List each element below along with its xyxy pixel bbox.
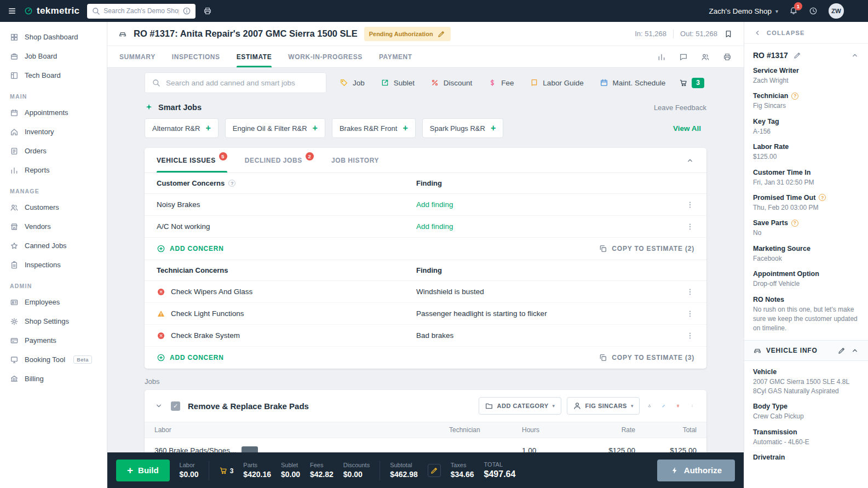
maint-schedule-button[interactable]: Maint. Schedule: [595, 74, 670, 91]
copy-customer-concerns-button[interactable]: COPY TO ESTIMATE (2): [599, 244, 694, 253]
edit-taxes-button[interactable]: [428, 464, 441, 477]
sidebar-item-job-board[interactable]: Job Board: [0, 47, 107, 66]
row-menu-icon[interactable]: [686, 222, 694, 231]
add-category-button[interactable]: ADD CATEGORY ▾: [479, 397, 561, 415]
sidebar-item-payments[interactable]: Payments: [0, 331, 107, 350]
add-finding-link[interactable]: Add finding: [416, 222, 453, 231]
row-menu-icon[interactable]: [686, 309, 694, 318]
labor-total: Labor$0.00: [180, 462, 199, 479]
tab-payment[interactable]: PAYMENT: [379, 46, 412, 67]
hamburger-menu-icon[interactable]: [8, 7, 16, 15]
users-icon: [10, 203, 19, 212]
smart-job-chip-engine-oil[interactable]: Engine Oil & Filter R&R+: [225, 118, 325, 138]
delete-job-icon[interactable]: [674, 401, 682, 410]
add-job-button[interactable]: Job: [335, 74, 369, 91]
edit-vehicle-icon[interactable]: [837, 346, 846, 355]
sidebar-item-inspections[interactable]: Inspections: [0, 255, 107, 274]
search-info-icon[interactable]: [182, 7, 191, 15]
edit-status-icon[interactable]: [437, 30, 446, 38]
odometer-out: Out: 51,268: [680, 30, 717, 38]
job-checkbox[interactable]: ✓: [171, 401, 180, 411]
labor-line-hours[interactable]: 1.00: [522, 446, 575, 453]
global-search-input[interactable]: [104, 7, 179, 15]
tab-job-history[interactable]: JOB HISTORY: [331, 148, 379, 173]
sidebar-item-inventory[interactable]: Inventory: [0, 122, 107, 141]
add-discount-button[interactable]: Discount: [426, 74, 477, 91]
tab-work-in-progress[interactable]: WORK-IN-PROGRESS: [288, 46, 363, 67]
comments-icon[interactable]: [679, 53, 688, 61]
smart-job-chip-spark-plugs[interactable]: Spark Plugs R&R+: [422, 118, 504, 138]
export-job-icon[interactable]: [645, 401, 654, 410]
notifications-button[interactable]: 1: [789, 6, 798, 16]
sidebar-item-shop-settings[interactable]: Shop Settings: [0, 312, 107, 331]
sidebar-item-shop-dashboard[interactable]: Shop Dashboard: [0, 27, 107, 47]
labor-line-row[interactable]: 360 Brake Pads/Shoes... 1.00 $125.00 $12…: [145, 438, 706, 452]
sidebar-item-appointments[interactable]: Appointments: [0, 103, 107, 122]
sidebar-item-billing[interactable]: Billing: [0, 369, 107, 388]
tab-vehicle-issues[interactable]: VEHICLE ISSUES 5: [157, 148, 227, 173]
job-menu-icon[interactable]: [688, 401, 697, 410]
sidebar-item-reports[interactable]: Reports: [0, 160, 107, 180]
help-icon[interactable]: ?: [819, 194, 826, 201]
row-menu-icon[interactable]: [686, 288, 694, 296]
clock-icon[interactable]: [809, 7, 818, 15]
ro-title: RO #1317: Anita Repair's 2007 GMC Sierra…: [134, 28, 358, 39]
add-customer-concern-button[interactable]: ADD CONCERN: [157, 244, 224, 253]
help-icon[interactable]: ?: [228, 180, 235, 187]
labor-guide-button[interactable]: Labor Guide: [525, 74, 588, 91]
smart-job-chip-alternator[interactable]: Alternator R&R+: [145, 118, 219, 138]
add-sublet-button[interactable]: Sublet: [376, 74, 419, 91]
help-icon[interactable]: ?: [791, 93, 798, 100]
sidebar-item-orders[interactable]: Orders: [0, 141, 107, 160]
parts-cart-button[interactable]: 3: [219, 466, 234, 475]
collapse-vehicle-section-icon[interactable]: [850, 346, 859, 355]
sidebar-item-customers[interactable]: Customers: [0, 198, 107, 217]
sidebar-item-employees[interactable]: Employees: [0, 292, 107, 312]
status-badge[interactable]: Pending Authorization: [364, 27, 451, 41]
row-menu-icon[interactable]: [686, 200, 694, 209]
job-technician-button[interactable]: FIG SINCARS ▾: [567, 397, 640, 415]
add-finding-link[interactable]: Add finding: [416, 200, 453, 209]
tekmetric-logo[interactable]: tekmetric: [24, 5, 79, 16]
estimate-cart-button[interactable]: 3: [677, 73, 706, 93]
canned-jobs-search-input[interactable]: [166, 79, 319, 87]
smart-job-chip-brakes-front[interactable]: Brakes R&R Front+: [332, 118, 416, 138]
view-all-button[interactable]: View All: [668, 120, 706, 137]
bookmark-icon[interactable]: [724, 30, 733, 38]
collapse-ro-section-icon[interactable]: [850, 51, 859, 60]
build-button[interactable]: + Build: [116, 460, 170, 481]
collapse-panel-button[interactable]: COLLAPSE: [744, 22, 868, 44]
labor-line-name: 360 Brake Pads/Shoes...: [154, 446, 236, 453]
labor-line-rate[interactable]: $125.00: [575, 446, 635, 453]
leave-feedback-link[interactable]: Leave Feedback: [654, 104, 706, 112]
row-menu-icon[interactable]: [686, 331, 694, 340]
sidebar-item-vendors[interactable]: Vendors: [0, 217, 107, 236]
job-expand-icon[interactable]: [154, 401, 163, 410]
tab-inspections[interactable]: INSPECTIONS: [172, 46, 220, 67]
vehicle-info-header: VEHICLE INFO: [744, 340, 868, 361]
canned-jobs-search[interactable]: [145, 72, 326, 93]
edit-ro-icon[interactable]: [793, 51, 802, 60]
print-icon[interactable]: [203, 7, 212, 15]
help-icon[interactable]: ?: [791, 220, 798, 227]
tab-summary[interactable]: SUMMARY: [119, 46, 156, 67]
print-ro-icon[interactable]: [723, 53, 732, 61]
tab-estimate[interactable]: ESTIMATE: [237, 46, 272, 67]
global-search[interactable]: [87, 4, 196, 19]
sidebar-item-tech-board[interactable]: Tech Board: [0, 66, 107, 85]
estimate-content: Job Sublet Discount Fee Labor Guide: [107, 68, 744, 452]
add-technician-concern-button[interactable]: ADD CONCERN: [157, 353, 224, 362]
collapse-card-icon[interactable]: [686, 156, 694, 165]
sublet-icon: [381, 78, 389, 87]
tab-declined-jobs[interactable]: DECLINED JOBS 2: [245, 148, 314, 173]
edit-job-icon[interactable]: [659, 401, 668, 410]
customers-icon[interactable]: [701, 53, 710, 61]
add-fee-button[interactable]: Fee: [484, 74, 518, 91]
user-avatar[interactable]: ZW: [829, 3, 844, 19]
authorize-button[interactable]: Authorize: [657, 460, 735, 481]
sidebar-item-booking-tool[interactable]: Booking Tool Beta: [0, 350, 107, 369]
stats-icon[interactable]: [657, 53, 666, 61]
sidebar-item-canned-jobs[interactable]: Canned Jobs: [0, 236, 107, 255]
shop-selector[interactable]: Zach's Demo Shop ▾: [709, 7, 778, 15]
copy-technician-concerns-button[interactable]: COPY TO ESTIMATE (3): [599, 353, 694, 362]
